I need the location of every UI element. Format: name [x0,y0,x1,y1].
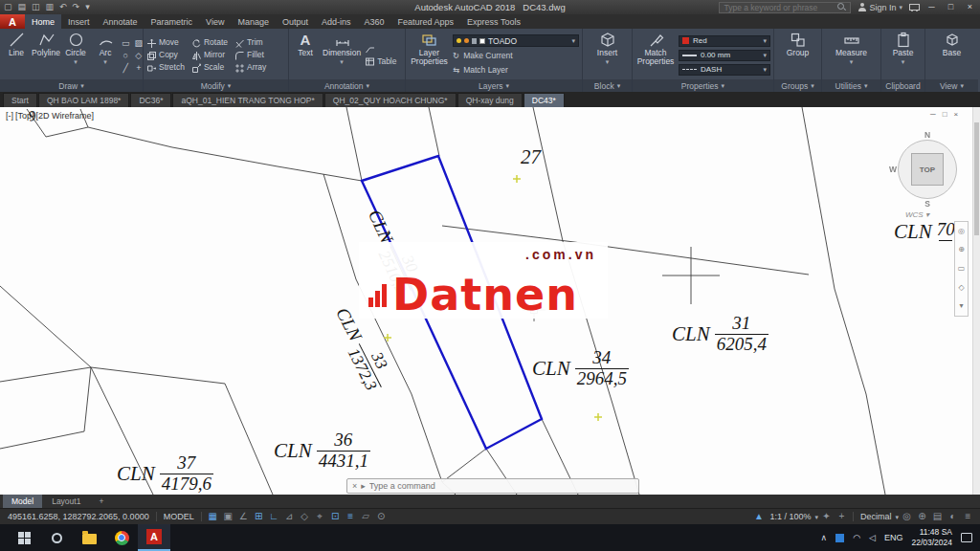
units-caret-icon[interactable]: ▾ [895,514,899,520]
tab-output[interactable]: Output [276,14,315,29]
filetab-dc43[interactable]: DC43* [523,93,565,107]
panel-label-block[interactable]: Block▾ [583,79,632,92]
tab-insert[interactable]: Insert [61,14,97,29]
layout1-tab[interactable]: Layout1 [43,495,89,508]
scale-caret-icon[interactable]: ▾ [814,514,818,520]
construction-line-icon[interactable]: ╱ [122,63,130,73]
table-button[interactable]: Table [365,56,396,66]
wcs-menu[interactable]: WCS ▾ [905,210,929,219]
new-layout-button[interactable]: + [90,495,112,508]
cortana-search-button[interactable] [40,524,73,551]
scale-button[interactable]: Scale [191,63,228,73]
make-current-button[interactable]: ↻ Make Current [453,50,579,61]
polygon-icon[interactable]: ◇ [135,51,143,60]
tab-express-tools[interactable]: Express Tools [460,14,527,29]
application-menu-button[interactable]: A [0,14,25,29]
annotation-scale-value[interactable]: 1:1 / 100% [767,512,813,521]
copy-button[interactable]: Copy [146,51,185,60]
rectangle-icon[interactable]: ▭ [122,38,130,48]
help-search-input[interactable] [724,3,835,12]
workspace-switching-icon[interactable]: ◎ [900,512,914,521]
snap-icon[interactable]: ▣ [221,512,235,521]
panel-label-view[interactable]: View▾ [925,79,978,92]
command-line[interactable]: × ▸ [346,478,639,494]
customization-icon[interactable]: ≡ [961,512,975,521]
panel-label-properties[interactable]: Properties▾ [633,79,773,92]
autocad-taskbar-button[interactable]: A [138,524,170,551]
polar-tracking-icon[interactable]: ⊿ [282,512,297,521]
units-value[interactable]: Decimal [858,512,895,521]
unikey-icon[interactable] [835,534,844,542]
transparency-icon[interactable]: ▱ [359,512,373,521]
plot-icon[interactable]: ▥ [46,3,55,11]
isolate-objects-icon[interactable]: ◐ [946,512,960,521]
layer-properties-button[interactable]: Layer Properties [409,31,450,79]
match-properties-button[interactable]: Match Properties [635,31,676,79]
pan-icon[interactable]: ⊕ [958,246,965,253]
redo-icon[interactable]: ↷ [73,3,80,11]
linetype-dropdown[interactable]: DASH ▾ [679,64,770,76]
navbar-more-icon[interactable]: ▾ [959,302,963,310]
tab-a360[interactable]: A360 [358,14,391,29]
tab-annotate[interactable]: Annotate [97,14,145,29]
steering-wheel-icon[interactable]: ◎ [958,228,965,235]
viewport-view-control[interactable]: [Top] [15,111,34,121]
group-button[interactable]: Group [785,31,812,79]
object-snap-tracking-icon[interactable]: ⌖ [313,512,327,521]
model-space-toggle[interactable]: MODEL [161,512,197,521]
viewcube-west[interactable]: W [889,165,897,174]
fillet-button[interactable]: Fillet [234,51,266,60]
search-icon[interactable] [837,3,846,11]
filetab-qh-bao-lam[interactable]: QH BAO LAM 1898* [38,93,129,107]
viewcube-top-face[interactable]: TOP [911,153,944,186]
file-explorer-button[interactable] [73,524,105,551]
panel-label-utilities[interactable]: Utilities▾ [822,79,880,92]
zoom-icon[interactable]: ▭ [958,265,966,273]
command-customize-icon[interactable]: ▸ [361,481,366,491]
arc-button[interactable]: Arc ▾ [92,31,119,79]
maximize-button[interactable]: □ [945,3,957,11]
filetab-dc36[interactable]: DC36* [130,93,171,107]
stretch-button[interactable]: Stretch [146,63,185,73]
filetab-aqh01[interactable]: aQH_01_HIEN TRANG TONG HOP* [172,93,323,107]
base-button[interactable]: Base [939,31,966,79]
hatch-icon[interactable]: ▨ [135,38,143,48]
doc-restore-icon[interactable]: □ [943,110,947,119]
paste-button[interactable]: Paste ▾ [890,31,917,79]
match-layer-button[interactable]: ⇆ Match Layer [453,64,579,76]
hidden-icons-chevron[interactable]: ∧ [821,534,828,542]
object-color-dropdown[interactable]: Red ▾ [679,35,770,47]
leader-button[interactable] [365,44,396,54]
panel-label-layers[interactable]: Layers▾ [406,79,582,92]
panel-label-clipboard[interactable]: Clipboard [881,79,924,92]
annotation-visibility-icon[interactable]: ✦ [819,512,834,521]
command-close-icon[interactable]: × [352,481,357,491]
point-icon[interactable]: + [135,63,143,73]
doc-close-icon[interactable]: × [954,110,959,119]
viewcube[interactable]: N W S TOP [890,132,965,207]
annotation-scale-icon[interactable]: ▲ [751,512,766,521]
infer-constraints-icon[interactable]: ∠ [236,512,251,521]
new-file-icon[interactable]: ▢ [4,3,12,11]
measure-button[interactable]: Measure ▾ [835,31,868,79]
minimize-button[interactable]: ─ [925,3,938,11]
drawing-canvas[interactable]: [-] [Top] [2D Wireframe] ─ □ × 9 27 CLN … [0,107,980,495]
open-icon[interactable]: ▤ [18,3,27,11]
lineweight-icon[interactable]: ≡ [344,512,358,521]
viewport-visual-style-control[interactable]: [2D Wireframe] [36,111,95,121]
filetab-qh02[interactable]: QH_02_QUY HOACH CHUNG* [324,93,457,107]
tab-addins[interactable]: Add-ins [315,14,358,29]
close-button[interactable]: × [964,3,976,11]
sign-in-button[interactable]: Sign In ▾ [858,3,902,12]
orbit-icon[interactable]: ◇ [958,284,964,292]
insert-button[interactable]: Insert ▾ [594,31,621,79]
ellipse-icon[interactable]: ○ [122,51,130,60]
panel-label-groups[interactable]: Groups▾ [774,79,821,92]
filetab-start[interactable]: Start [3,93,37,107]
dimension-button[interactable]: Dimension ▾ [322,31,362,79]
viewcube-south[interactable]: S [924,199,930,209]
language-indicator[interactable]: ENG [884,533,903,542]
scrollbar-thumb[interactable] [974,122,979,235]
vertical-scrollbar[interactable] [972,107,980,495]
object-snap-icon[interactable]: ⊡ [328,512,343,521]
